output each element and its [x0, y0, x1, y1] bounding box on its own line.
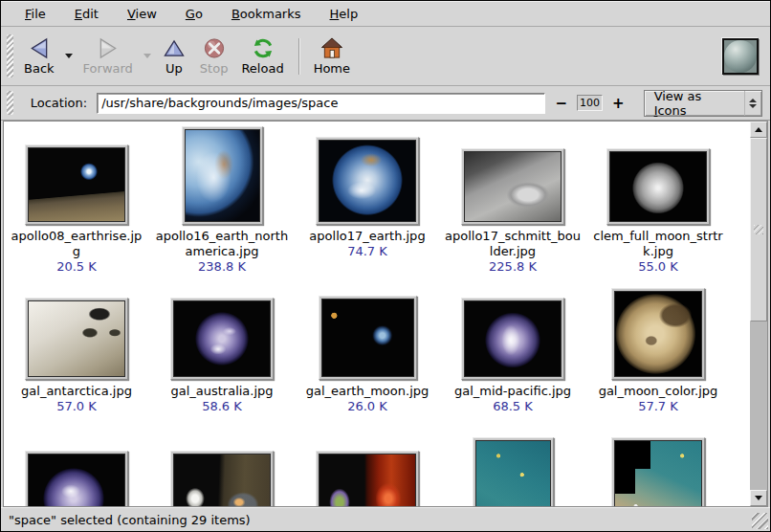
reload-label: Reload [241, 61, 283, 76]
file-item[interactable]: apollo17_schmitt_boulder.jpg 225.8 K [440, 131, 585, 275]
file-item[interactable]: gal_earth_moon.jpg 26.0 K [295, 292, 440, 414]
thumbnail-frame [461, 148, 564, 225]
file-thumbnail[interactable] [464, 151, 562, 222]
reload-button[interactable]: Reload [234, 34, 290, 78]
file-thumbnail[interactable] [173, 454, 271, 507]
back-button[interactable]: Back [17, 34, 61, 78]
forward-button[interactable]: Forward [77, 34, 140, 78]
home-button[interactable]: Home [307, 34, 357, 78]
zoom-out-button[interactable]: − [551, 93, 571, 114]
chevron-down-icon [749, 104, 757, 108]
file-item[interactable]: clem_full_moon_strtrk.jpg 55.0 K [585, 131, 731, 275]
location-label: Location: [31, 96, 87, 110]
file-thumbnail[interactable] [321, 299, 414, 377]
toolbar-drag-handle[interactable] [7, 34, 13, 78]
resize-grip[interactable] [752, 513, 768, 529]
file-item[interactable]: gal_moon_color.jpg 57.7 K [585, 292, 731, 414]
file-item[interactable] [149, 439, 295, 507]
menu-edit[interactable]: Edit [60, 4, 113, 24]
throbber-globe-icon [724, 40, 757, 73]
file-item[interactable] [440, 439, 585, 507]
icon-row: apollo08_earthrise.jpg 20.5 K apollo16_e… [4, 131, 750, 275]
file-thumbnail[interactable] [28, 300, 125, 377]
reload-icon [251, 37, 275, 59]
location-bar-drag-handle[interactable] [7, 91, 13, 115]
thumbnail-frame [170, 298, 274, 380]
file-thumbnail[interactable] [28, 147, 125, 222]
forward-dropdown-arrow[interactable] [140, 34, 155, 78]
file-item[interactable]: apollo17_earth.jpg 74.7 K [295, 131, 440, 275]
file-thumbnail[interactable] [464, 300, 562, 377]
scroll-down-button[interactable] [750, 490, 767, 506]
scroll-up-arrow-icon [755, 127, 762, 132]
thumbnail-container [461, 292, 564, 380]
scrollbar-thumb[interactable] [750, 138, 767, 321]
vertical-scrollbar[interactable] [750, 121, 768, 507]
file-item[interactable]: gal_mid-pacific.jpg 68.5 K [440, 292, 585, 414]
file-item[interactable]: gal_australia.jpg 58.6 K [149, 292, 295, 414]
up-label: Up [165, 61, 183, 76]
up-button[interactable]: Up [155, 34, 193, 78]
file-thumbnail[interactable] [185, 129, 260, 222]
file-thumbnail[interactable] [173, 300, 271, 377]
scrollbar-thumb-grip [754, 225, 763, 234]
scrollbar-track[interactable] [750, 138, 767, 490]
thumbnail-frame [316, 137, 419, 225]
menu-view[interactable]: View [113, 4, 171, 24]
chevron-down-icon [143, 54, 151, 58]
icon-row: gal_antarctica.jpg 57.0 K gal_australia.… [4, 292, 750, 414]
menu-bookmarks[interactable]: Bookmarks [217, 4, 316, 24]
file-item[interactable]: apollo08_earthrise.jpg 20.5 K [4, 131, 149, 275]
file-size: 20.5 K [56, 259, 97, 275]
file-item[interactable] [585, 439, 731, 507]
file-thumbnail[interactable] [614, 440, 702, 507]
file-thumbnail[interactable] [609, 151, 707, 222]
file-size: 238.8 K [198, 259, 246, 275]
menu-help[interactable]: Help [316, 4, 373, 24]
icon-grid: apollo08_earthrise.jpg 20.5 K apollo16_e… [4, 122, 750, 507]
back-label: Back [24, 61, 55, 76]
view-mode-dropdown-button[interactable] [744, 91, 761, 116]
file-item[interactable]: apollo16_earth_northamerica.jpg 238.8 K [149, 131, 295, 275]
content-area: apollo08_earthrise.jpg 20.5 K apollo16_e… [3, 121, 768, 507]
file-name: gal_moon_color.jpg [599, 384, 718, 399]
icon-view[interactable]: apollo08_earthrise.jpg 20.5 K apollo16_e… [3, 121, 750, 507]
thumbnail-frame [461, 298, 564, 380]
zoom-level-indicator[interactable]: 100 [577, 95, 603, 111]
file-size: 68.5 K [493, 399, 533, 414]
menu-go[interactable]: Go [171, 4, 217, 24]
stop-button[interactable]: Stop [193, 34, 235, 78]
menu-file[interactable]: File [11, 4, 60, 24]
home-icon [319, 37, 344, 59]
file-item[interactable] [4, 439, 149, 507]
location-input[interactable] [97, 93, 545, 114]
file-item[interactable] [295, 439, 440, 507]
back-icon [27, 37, 52, 59]
thumbnail-container [170, 292, 274, 380]
thumbnail-frame [170, 451, 274, 507]
scroll-up-button[interactable] [750, 122, 767, 138]
thumbnail-container [461, 131, 564, 225]
file-item[interactable]: gal_antarctica.jpg 57.0 K [4, 292, 149, 414]
file-size: 225.8 K [489, 259, 537, 275]
view-mode-dropdown[interactable]: View as Icons [644, 90, 762, 117]
file-thumbnail[interactable] [319, 140, 416, 222]
file-name: gal_earth_moon.jpg [306, 384, 430, 399]
file-thumbnail[interactable] [319, 454, 416, 507]
thumbnail-frame [611, 288, 705, 380]
file-name: apollo17_schmitt_boulder.jpg [445, 229, 581, 259]
file-thumbnail[interactable] [475, 440, 551, 507]
file-thumbnail[interactable] [28, 454, 125, 507]
thumbnail-container [316, 439, 419, 507]
chevron-down-icon [65, 54, 73, 58]
back-dropdown-arrow[interactable] [61, 34, 77, 78]
thumbnail-container [25, 131, 128, 225]
file-thumbnail[interactable] [614, 291, 702, 377]
file-size: 57.7 K [638, 399, 678, 414]
zoom-in-button[interactable]: + [608, 93, 628, 114]
thumbnail-frame [25, 451, 128, 507]
thumbnail-container [316, 131, 419, 225]
file-name: apollo17_earth.jpg [309, 229, 425, 244]
thumbnail-frame [606, 148, 710, 225]
file-name: gal_mid-pacific.jpg [454, 384, 571, 399]
